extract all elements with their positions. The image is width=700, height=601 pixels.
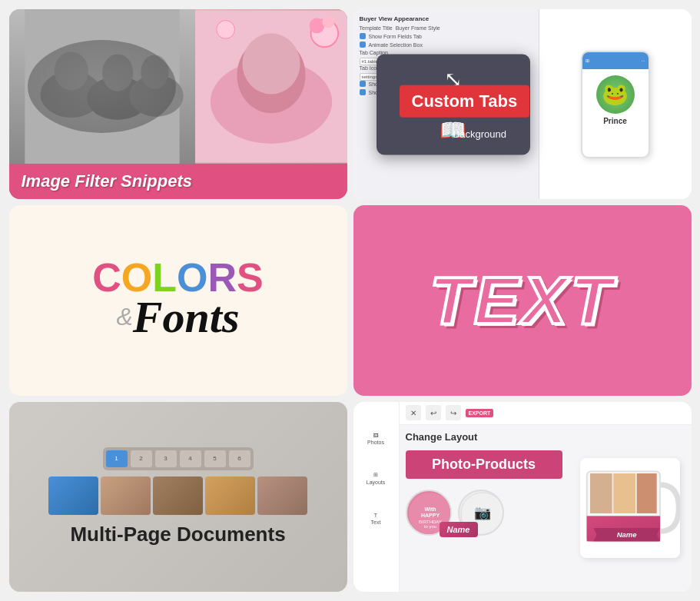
photo-products-banner: Photo-Products (406, 450, 562, 479)
svg-text:to you: to you (423, 524, 436, 529)
mug-area: Name (569, 425, 692, 592)
ampersand-fonts: & Fonts (117, 291, 240, 343)
photo-thumb-3 (153, 476, 203, 515)
left-content: Change Layout Photo-Products With HAPPY … (400, 425, 569, 592)
main-area: ✕ ↩ ↪ EXPORT Change Layout Photo-Product… (400, 402, 692, 592)
phone-mockup: ⊞ ··· 🐸 Prince (581, 51, 650, 158)
buyer-view-title: Buyer View Appearance (360, 15, 532, 22)
layouts-icon-symbol: ⊞ (373, 472, 378, 478)
svg-rect-28 (636, 473, 656, 513)
page-tab-2[interactable]: 2 (131, 450, 152, 467)
svg-text:Name: Name (616, 530, 637, 539)
photo-icon-symbol: 🖼 (373, 433, 379, 438)
photo-bw (9, 9, 195, 164)
checkbox-1[interactable] (360, 33, 366, 39)
page-tab-3[interactable]: 3 (155, 450, 177, 467)
svg-rect-0 (25, 9, 179, 164)
close-button[interactable]: ✕ (406, 405, 421, 420)
svg-point-1 (40, 71, 102, 118)
custom-tabs-banner: Custom Tabs (400, 85, 530, 117)
ui-row-3: Animate Selection Box (360, 42, 532, 48)
top-bar: ✕ ↩ ↪ EXPORT (400, 402, 692, 425)
text-cell: TEXT (353, 205, 692, 395)
content-area: Change Layout Photo-Products With HAPPY … (400, 425, 692, 592)
svg-point-5 (129, 75, 183, 117)
multi-page-cell: 1 2 3 4 5 6 Multi-Page Documents (9, 402, 347, 592)
image-filter-title: Image Filter Snippets (22, 171, 193, 191)
main-grid: Image Filter Snippets Buyer View Appeara… (5, 5, 696, 596)
buyer-frame-label: Buyer Frame Style (396, 25, 440, 31)
page-tab-1[interactable]: 1 (106, 450, 128, 467)
layouts-icon[interactable]: ⊞ Layouts (362, 465, 390, 493)
photo-collage (9, 9, 347, 164)
text-label: Text (371, 520, 381, 525)
colors-fonts-cell: C O L O R S & Fonts (9, 205, 347, 395)
page-tab-5[interactable]: 5 (204, 450, 226, 467)
svg-point-6 (141, 55, 168, 88)
ui-row-1: Template Title Buyer Frame Style (360, 25, 532, 31)
frog-icon: 🐸 (596, 75, 635, 114)
photo-color (195, 9, 347, 164)
photos-label: Photos (367, 440, 384, 445)
svg-point-13 (322, 16, 334, 28)
ampersand: & (117, 303, 133, 331)
mug-svg: Name (580, 458, 680, 558)
fonts-label: Fonts (133, 291, 240, 343)
checkbox-4[interactable] (360, 89, 366, 95)
photo-products-cell: 🖼 Photos ⊞ Layouts T Text ✕ ↩ ↪ EXPORT (353, 402, 692, 592)
ui-panel-right: ⊞ ··· 🐸 Prince (539, 9, 692, 199)
ui-row-2: Show Form Fields Tab (360, 33, 532, 39)
svg-point-10 (242, 33, 300, 94)
svg-text:With: With (424, 506, 436, 512)
svg-text:📷: 📷 (474, 504, 492, 521)
name-banner: Name (440, 522, 478, 537)
layouts-label: Layouts (367, 480, 386, 485)
checkbox-2[interactable] (360, 42, 366, 48)
photo-thumb-1 (48, 476, 98, 515)
template-title-label: Template Title (360, 25, 393, 31)
image-filter-label-bar: Image Filter Snippets (9, 164, 347, 199)
svg-point-2 (54, 51, 88, 90)
letter-s: S (237, 257, 264, 297)
multi-page-title: Multi-Page Documents (70, 523, 285, 546)
svg-point-12 (309, 18, 324, 34)
page-tabs: 1 2 3 4 5 6 (103, 447, 254, 470)
export-button[interactable]: EXPORT (466, 409, 494, 417)
checkbox-label-2: Animate Selection Box (369, 42, 423, 48)
svg-point-14 (216, 21, 234, 39)
redo-button[interactable]: ↪ (446, 405, 461, 420)
page-tab-4[interactable]: 4 (180, 450, 201, 467)
custom-tabs-cell: Buyer View Appearance Template Title Buy… (353, 9, 692, 199)
photos-icon[interactable]: 🖼 Photos (362, 425, 390, 453)
bottom-items: With HAPPY BIRTHDAY to you 📷 (406, 490, 562, 536)
color-svg (195, 9, 347, 164)
mug-image: Name (580, 458, 680, 558)
svg-point-4 (102, 54, 133, 91)
svg-text:HAPPY: HAPPY (420, 513, 439, 518)
prince-label: Prince (603, 117, 627, 125)
bw-photo (9, 9, 195, 164)
photo-thumb-4 (205, 476, 255, 515)
background-label: Background (453, 128, 506, 139)
phone-dots: ··· (641, 58, 645, 63)
phone-top-bar: ⊞ ··· (582, 52, 649, 69)
text-display: TEXT (430, 261, 615, 340)
text-icon-symbol: T (374, 513, 377, 518)
text-icon[interactable]: T Text (362, 505, 390, 533)
svg-point-3 (86, 77, 148, 120)
photo-thumb-2 (101, 476, 151, 515)
svg-rect-26 (590, 473, 612, 513)
phone-content: 🐸 Prince (582, 69, 649, 128)
phone-icon: ⊞ (586, 58, 589, 63)
checkbox-label-1: Show Form Fields Tab (369, 34, 423, 39)
svg-rect-27 (613, 473, 635, 513)
side-panel: 🖼 Photos ⊞ Layouts T Text (353, 402, 400, 592)
bw-svg (9, 9, 195, 164)
undo-button[interactable]: ↩ (426, 405, 441, 420)
image-filter-cell: Image Filter Snippets (9, 9, 347, 199)
page-tab-6[interactable]: 6 (229, 450, 250, 467)
checkbox-3[interactable] (360, 81, 366, 87)
photo-thumb-5 (257, 476, 307, 515)
photo-strip (48, 476, 307, 515)
change-layout-label: Change Layout (406, 431, 478, 443)
